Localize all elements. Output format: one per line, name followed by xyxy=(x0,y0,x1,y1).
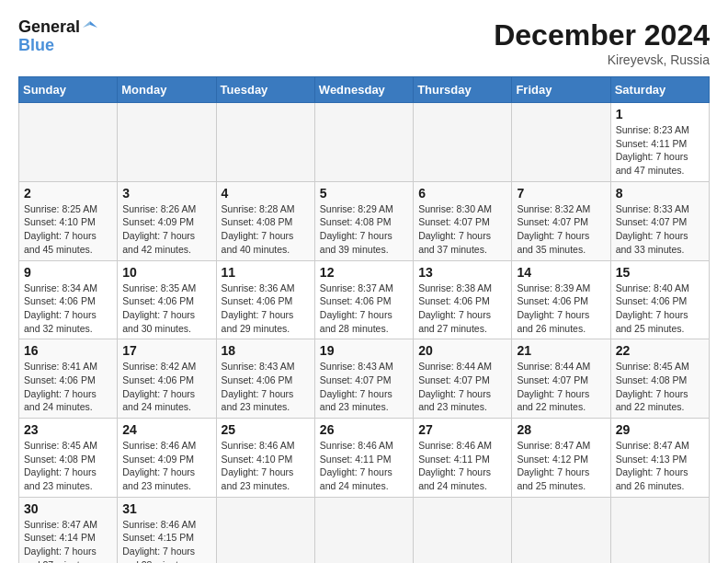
calendar-cell xyxy=(216,103,314,182)
day-number: 12 xyxy=(320,265,408,280)
calendar-cell: 29Sunrise: 8:47 AMSunset: 4:13 PMDayligh… xyxy=(610,419,709,498)
calendar-cell: 5Sunrise: 8:29 AMSunset: 4:08 PMDaylight… xyxy=(314,181,413,260)
day-number: 17 xyxy=(122,343,210,358)
header-friday: Friday xyxy=(512,77,610,103)
day-info: Sunrise: 8:26 AMSunset: 4:09 PMDaylight:… xyxy=(122,202,210,257)
day-info: Sunrise: 8:45 AMSunset: 4:08 PMDaylight:… xyxy=(616,360,704,414)
day-info: Sunrise: 8:44 AMSunset: 4:07 PMDaylight:… xyxy=(418,360,506,414)
page-header: GeneralBlue December 2024 Kireyevsk, Rus… xyxy=(18,18,710,67)
calendar-cell xyxy=(512,497,610,563)
calendar-cell: 13Sunrise: 8:38 AMSunset: 4:06 PMDayligh… xyxy=(414,260,512,339)
calendar-cell: 28Sunrise: 8:47 AMSunset: 4:12 PMDayligh… xyxy=(512,419,610,498)
calendar-cell: 27Sunrise: 8:46 AMSunset: 4:11 PMDayligh… xyxy=(414,419,512,498)
calendar-cell: 2Sunrise: 8:25 AMSunset: 4:10 PMDaylight… xyxy=(19,181,118,260)
calendar-cell: 15Sunrise: 8:40 AMSunset: 4:06 PMDayligh… xyxy=(610,260,709,339)
calendar-cell: 30Sunrise: 8:47 AMSunset: 4:14 PMDayligh… xyxy=(19,497,118,563)
day-info: Sunrise: 8:36 AMSunset: 4:06 PMDaylight:… xyxy=(222,282,310,336)
calendar-cell: 19Sunrise: 8:43 AMSunset: 4:07 PMDayligh… xyxy=(314,339,413,419)
calendar-cell: 10Sunrise: 8:35 AMSunset: 4:06 PMDayligh… xyxy=(118,260,216,339)
header-monday: Monday xyxy=(118,77,216,103)
day-number: 5 xyxy=(320,186,408,201)
day-number: 19 xyxy=(320,343,408,358)
day-number: 22 xyxy=(616,343,704,358)
calendar-cell xyxy=(512,103,610,182)
calendar-cell xyxy=(216,497,314,563)
calendar-cell: 21Sunrise: 8:44 AMSunset: 4:07 PMDayligh… xyxy=(512,339,610,419)
day-info: Sunrise: 8:43 AMSunset: 4:06 PMDaylight:… xyxy=(222,360,310,414)
day-number: 28 xyxy=(517,422,605,437)
day-info: Sunrise: 8:37 AMSunset: 4:06 PMDaylight:… xyxy=(320,282,408,336)
location-subtitle: Kireyevsk, Russia xyxy=(494,52,710,67)
calendar-cell xyxy=(314,103,413,182)
calendar-cell: 3Sunrise: 8:26 AMSunset: 4:09 PMDaylight… xyxy=(118,181,216,260)
calendar-cell: 9Sunrise: 8:34 AMSunset: 4:06 PMDaylight… xyxy=(19,260,118,339)
day-number: 20 xyxy=(418,343,506,358)
day-number: 6 xyxy=(418,186,506,201)
calendar-cell: 1Sunrise: 8:23 AMSunset: 4:11 PMDaylight… xyxy=(610,103,709,182)
calendar-cell: 7Sunrise: 8:32 AMSunset: 4:07 PMDaylight… xyxy=(512,181,610,260)
day-info: Sunrise: 8:46 AMSunset: 4:15 PMDaylight:… xyxy=(122,518,210,563)
title-block: December 2024 Kireyevsk, Russia xyxy=(494,18,710,67)
day-info: Sunrise: 8:29 AMSunset: 4:08 PMDaylight:… xyxy=(320,202,408,257)
calendar-week-2: 2Sunrise: 8:25 AMSunset: 4:10 PMDaylight… xyxy=(19,181,710,260)
calendar-cell: 26Sunrise: 8:46 AMSunset: 4:11 PMDayligh… xyxy=(314,419,413,498)
calendar-cell xyxy=(19,103,118,182)
day-info: Sunrise: 8:46 AMSunset: 4:11 PMDaylight:… xyxy=(418,439,506,493)
header-thursday: Thursday xyxy=(414,77,512,103)
svg-marker-0 xyxy=(90,21,97,28)
header-sunday: Sunday xyxy=(19,77,118,103)
day-number: 13 xyxy=(418,265,506,280)
calendar-cell xyxy=(414,497,512,563)
day-number: 4 xyxy=(222,186,310,201)
calendar-cell: 17Sunrise: 8:42 AMSunset: 4:06 PMDayligh… xyxy=(118,339,216,419)
calendar-cell: 4Sunrise: 8:28 AMSunset: 4:08 PMDaylight… xyxy=(216,181,314,260)
calendar-cell: 8Sunrise: 8:33 AMSunset: 4:07 PMDaylight… xyxy=(610,181,709,260)
day-info: Sunrise: 8:40 AMSunset: 4:06 PMDaylight:… xyxy=(616,282,704,336)
svg-marker-1 xyxy=(83,21,90,28)
day-number: 26 xyxy=(320,422,408,437)
calendar-cell: 31Sunrise: 8:46 AMSunset: 4:15 PMDayligh… xyxy=(118,497,216,563)
day-info: Sunrise: 8:32 AMSunset: 4:07 PMDaylight:… xyxy=(517,202,605,257)
day-number: 7 xyxy=(517,186,605,201)
calendar-table: SundayMondayTuesdayWednesdayThursdayFrid… xyxy=(18,76,710,563)
day-info: Sunrise: 8:38 AMSunset: 4:06 PMDaylight:… xyxy=(418,282,506,336)
day-info: Sunrise: 8:33 AMSunset: 4:07 PMDaylight:… xyxy=(616,202,704,257)
calendar-cell xyxy=(610,497,709,563)
day-info: Sunrise: 8:46 AMSunset: 4:11 PMDaylight:… xyxy=(320,439,408,493)
day-info: Sunrise: 8:43 AMSunset: 4:07 PMDaylight:… xyxy=(320,360,408,414)
day-info: Sunrise: 8:46 AMSunset: 4:10 PMDaylight:… xyxy=(222,439,310,493)
day-number: 9 xyxy=(24,265,112,280)
calendar-cell xyxy=(414,103,512,182)
day-info: Sunrise: 8:47 AMSunset: 4:12 PMDaylight:… xyxy=(517,439,605,493)
day-number: 8 xyxy=(616,186,704,201)
day-number: 1 xyxy=(616,107,704,121)
day-number: 15 xyxy=(616,265,704,280)
calendar-cell: 23Sunrise: 8:45 AMSunset: 4:08 PMDayligh… xyxy=(19,419,118,498)
day-number: 10 xyxy=(122,265,210,280)
calendar-cell: 16Sunrise: 8:41 AMSunset: 4:06 PMDayligh… xyxy=(19,339,118,419)
day-info: Sunrise: 8:42 AMSunset: 4:06 PMDaylight:… xyxy=(122,360,210,414)
header-tuesday: Tuesday xyxy=(216,77,314,103)
day-number: 23 xyxy=(24,422,112,437)
day-number: 29 xyxy=(616,422,704,437)
day-info: Sunrise: 8:45 AMSunset: 4:08 PMDaylight:… xyxy=(24,439,112,493)
day-info: Sunrise: 8:46 AMSunset: 4:09 PMDaylight:… xyxy=(122,439,210,493)
day-number: 24 xyxy=(122,422,210,437)
calendar-cell: 6Sunrise: 8:30 AMSunset: 4:07 PMDaylight… xyxy=(414,181,512,260)
day-number: 27 xyxy=(418,422,506,437)
day-info: Sunrise: 8:47 AMSunset: 4:14 PMDaylight:… xyxy=(24,518,112,563)
calendar-week-1: 1Sunrise: 8:23 AMSunset: 4:11 PMDaylight… xyxy=(19,103,710,182)
calendar-cell: 25Sunrise: 8:46 AMSunset: 4:10 PMDayligh… xyxy=(216,419,314,498)
calendar-cell: 20Sunrise: 8:44 AMSunset: 4:07 PMDayligh… xyxy=(414,339,512,419)
day-info: Sunrise: 8:41 AMSunset: 4:06 PMDaylight:… xyxy=(24,360,112,414)
day-number: 30 xyxy=(24,501,112,516)
calendar-cell: 12Sunrise: 8:37 AMSunset: 4:06 PMDayligh… xyxy=(314,260,413,339)
day-number: 21 xyxy=(517,343,605,358)
calendar-week-6: 30Sunrise: 8:47 AMSunset: 4:14 PMDayligh… xyxy=(19,497,710,563)
day-info: Sunrise: 8:28 AMSunset: 4:08 PMDaylight:… xyxy=(222,202,310,257)
calendar-cell xyxy=(314,497,413,563)
day-number: 18 xyxy=(222,343,310,358)
day-number: 11 xyxy=(222,265,310,280)
header-wednesday: Wednesday xyxy=(314,77,413,103)
day-info: Sunrise: 8:47 AMSunset: 4:13 PMDaylight:… xyxy=(616,439,704,493)
